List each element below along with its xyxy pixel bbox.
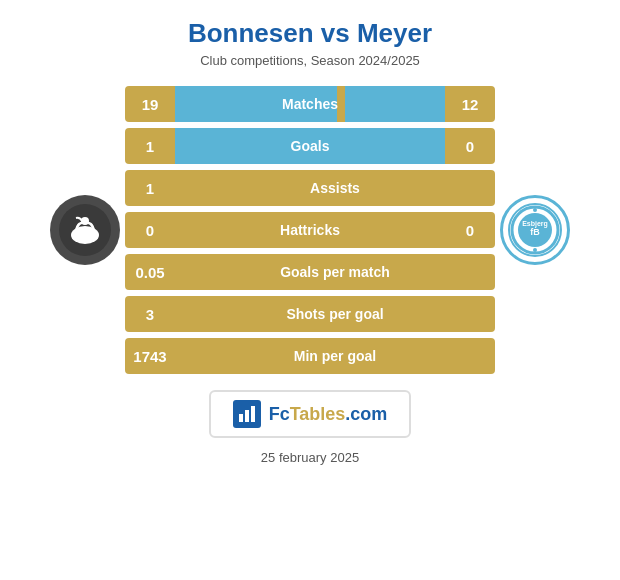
stats-column: 19Matches121Goals01Assists0Hattricks00.0… <box>125 86 495 374</box>
stat-bar-area-matches: Matches <box>175 86 445 122</box>
svg-point-1 <box>71 226 99 244</box>
svg-rect-10 <box>239 414 243 422</box>
stat-bar-area-assists: Assists <box>175 170 495 206</box>
main-row: 19Matches121Goals01Assists0Hattricks00.0… <box>10 86 610 374</box>
stat-right-val-matches: 12 <box>445 86 495 122</box>
svg-point-8 <box>533 208 537 212</box>
stat-bar-area-goals: Goals <box>175 128 445 164</box>
stat-bar-area-min-per-goal: Min per goal <box>175 338 495 374</box>
fctables-badge: FcTables.com <box>209 390 412 438</box>
stat-right-val-hattricks: 0 <box>445 212 495 248</box>
fctables-icon <box>233 400 261 428</box>
fctables-text: FcTables.com <box>269 404 388 425</box>
svg-rect-11 <box>245 410 249 422</box>
stat-bar-area-goals-per-match: Goals per match <box>175 254 495 290</box>
stat-left-val-goals-per-match: 0.05 <box>125 254 175 290</box>
stat-left-val-assists: 1 <box>125 170 175 206</box>
stat-row-goals-per-match: 0.05Goals per match <box>125 254 495 290</box>
stat-row-goals: 1Goals0 <box>125 128 495 164</box>
logo-right: Esbjerg fB <box>495 195 575 265</box>
team-left-logo <box>50 195 120 265</box>
stat-left-val-min-per-goal: 1743 <box>125 338 175 374</box>
stat-label-shots-per-goal: Shots per goal <box>286 306 383 322</box>
stat-left-val-hattricks: 0 <box>125 212 175 248</box>
stat-label-matches: Matches <box>282 96 338 112</box>
page-subtitle: Club competitions, Season 2024/2025 <box>200 53 420 68</box>
page-title: Bonnesen vs Meyer <box>188 18 432 49</box>
page-wrapper: Bonnesen vs Meyer Club competitions, Sea… <box>0 0 620 580</box>
stat-row-min-per-goal: 1743Min per goal <box>125 338 495 374</box>
svg-rect-12 <box>251 406 255 422</box>
footer-date: 25 february 2025 <box>261 450 359 465</box>
stat-left-val-shots-per-goal: 3 <box>125 296 175 332</box>
logo-left <box>45 195 125 265</box>
stat-label-assists: Assists <box>310 180 360 196</box>
stat-left-val-goals: 1 <box>125 128 175 164</box>
stat-row-assists: 1Assists <box>125 170 495 206</box>
stat-row-matches: 19Matches12 <box>125 86 495 122</box>
stat-row-hattricks: 0Hattricks0 <box>125 212 495 248</box>
team-right-logo: Esbjerg fB <box>500 195 570 265</box>
stat-left-val-matches: 19 <box>125 86 175 122</box>
svg-point-9 <box>533 248 537 252</box>
stat-row-shots-per-goal: 3Shots per goal <box>125 296 495 332</box>
stat-label-goals-per-match: Goals per match <box>280 264 390 280</box>
stat-label-min-per-goal: Min per goal <box>294 348 376 364</box>
stat-label-hattricks: Hattricks <box>280 222 340 238</box>
svg-text:fB: fB <box>530 227 540 237</box>
stat-right-val-goals: 0 <box>445 128 495 164</box>
stat-bar-area-hattricks: Hattricks <box>175 212 445 248</box>
stat-bar-area-shots-per-goal: Shots per goal <box>175 296 495 332</box>
svg-point-2 <box>81 217 89 225</box>
stat-label-goals: Goals <box>291 138 330 154</box>
